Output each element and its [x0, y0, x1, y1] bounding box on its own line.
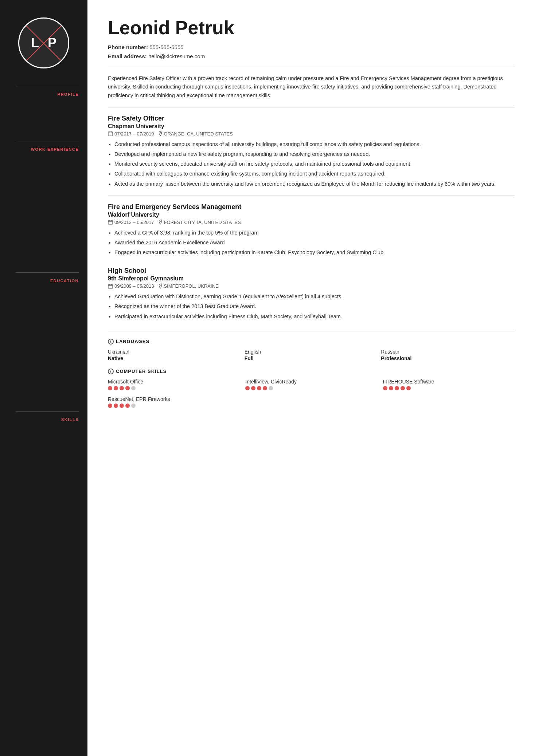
language-name-2: Russian: [381, 349, 515, 355]
info-icon-languages: i: [108, 339, 114, 344]
edu-date-1: 09/2009 – 05/2013: [114, 283, 154, 289]
job-title-0: Fire Safety Officer: [108, 115, 515, 122]
profile-section: Experienced Fire Safety Officer with a p…: [108, 74, 515, 100]
dot-2-3: [401, 386, 405, 390]
dot-0-3: [125, 386, 130, 390]
job-date-0: 07/2017 – 07/2019: [114, 131, 154, 137]
pin-icon-0: [158, 131, 163, 136]
header: Leonid Petruk Phone number: 555-555-5555…: [108, 17, 515, 59]
calendar-icon-edu-1: [108, 284, 113, 289]
edu-0: Fire and Emergency Services Management W…: [108, 203, 515, 257]
language-2: Russian Professional: [381, 349, 515, 361]
computer-skills-title: i COMPUTER SKILLS: [108, 369, 515, 374]
divider-after-header: [108, 67, 515, 67]
edu-bullets-0: Achieved a GPA of 3.98, ranking in the t…: [114, 229, 515, 257]
work-experience-section: Fire Safety Officer Chapman University 0…: [108, 115, 515, 188]
divider-after-education: [108, 331, 515, 331]
edu-school-1: 9th Simferopol Gymnasium: [108, 275, 515, 282]
language-level-0: Native: [108, 355, 242, 361]
edu-date-icon-0: 09/2013 – 05/2017: [108, 220, 154, 225]
svg-point-4: [160, 133, 161, 133]
computer-skill-3: RescueNet, EPR Fireworks: [108, 396, 239, 408]
dot-0-0: [108, 386, 112, 390]
sidebar: L P PROFILE WORK EXPERIENCE EDUCATION SK…: [0, 0, 87, 756]
job-location-0: ORANGE, CA, UNITED STATES: [158, 131, 233, 137]
sidebar-divider-work: [16, 141, 79, 141]
sidebar-section-skills: SKILLS: [0, 408, 87, 428]
language-name-1: English: [245, 349, 378, 355]
edu-meta-1: 09/2009 – 05/2013 SIMFEROPOL, UKRAINE: [108, 283, 515, 289]
email-row: Email address: hello@kickresume.com: [108, 53, 515, 59]
dot-2-2: [395, 386, 399, 390]
dot-2-0: [383, 386, 387, 390]
computer-skill-2: FIREHOUSE Software: [383, 379, 515, 390]
sidebar-divider-profile: [16, 86, 79, 86]
computer-skills-label: COMPUTER SKILLS: [116, 369, 167, 374]
sidebar-label-work: WORK EXPERIENCE: [16, 147, 79, 154]
job-bullets-0: Conducted professional campus inspection…: [114, 140, 515, 188]
info-icon-computer: i: [108, 369, 114, 374]
dot-1-1: [251, 386, 255, 390]
dot-1-2: [257, 386, 261, 390]
language-1: English Full: [245, 349, 378, 361]
job-0: Fire Safety Officer Chapman University 0…: [108, 115, 515, 188]
edu-degree-0: Fire and Emergency Services Management: [108, 203, 515, 211]
svg-rect-10: [108, 284, 113, 288]
phone-label: Phone number:: [108, 44, 148, 50]
edu-meta-0: 09/2013 – 05/2017 FOREST CITY, IA, UNITE…: [108, 220, 515, 225]
skill-name-2: FIREHOUSE Software: [383, 379, 515, 385]
edu-date-icon-1: 09/2009 – 05/2013: [108, 283, 154, 289]
sidebar-divider-skills: [16, 411, 79, 412]
pin-icon-edu-0: [158, 220, 163, 225]
edu-date-0: 09/2013 – 05/2017: [114, 220, 154, 225]
job-date-icon-0: 07/2017 – 07/2019: [108, 131, 154, 137]
avatar-x-decoration: [19, 19, 68, 67]
computer-skill-0: Microsoft Office: [108, 379, 239, 390]
dot-0-1: [114, 386, 118, 390]
dot-3-2: [120, 403, 124, 408]
edu-bullet-1-1: Recognized as the winner of the 2013 Bes…: [114, 302, 515, 311]
edu-bullets-1: Achieved Graduation with Distinction, ea…: [114, 292, 515, 321]
sidebar-label-profile: PROFILE: [16, 92, 79, 99]
job-company-0: Chapman University: [108, 123, 515, 130]
phone-row: Phone number: 555-555-5555: [108, 44, 515, 50]
svg-rect-5: [108, 220, 113, 224]
edu-bullet-0-1: Awarded the 2016 Academic Excellence Awa…: [114, 239, 515, 247]
avatar-initial-l: L: [31, 35, 39, 51]
education-section: Fire and Emergency Services Management W…: [108, 203, 515, 321]
languages-grid: Ukrainian Native English Full Russian Pr…: [108, 349, 515, 361]
divider-after-work: [108, 196, 515, 196]
divider-after-profile: [108, 107, 515, 107]
skill-dots-2: [383, 386, 515, 390]
pin-icon-edu-1: [158, 284, 163, 289]
dot-1-4: [269, 386, 273, 390]
skill-name-1: IntelliView, CivicReady: [245, 379, 377, 385]
bullet-0-3: Collaborated with colleagues to enhance …: [114, 170, 515, 178]
edu-location-text-1: SIMFEROPOL, UKRAINE: [164, 283, 218, 289]
svg-point-9: [160, 221, 161, 221]
edu-school-0: Waldorf University: [108, 212, 515, 218]
computer-skill-1: IntelliView, CivicReady: [245, 379, 377, 390]
bullet-0-4: Acted as the primary liaison between the…: [114, 180, 515, 188]
dot-0-4: [131, 386, 136, 390]
svg-rect-0: [108, 132, 113, 136]
language-0: Ukrainian Native: [108, 349, 242, 361]
dot-2-1: [389, 386, 393, 390]
skill-dots-3: [108, 403, 239, 408]
edu-location-0: FOREST CITY, IA, UNITED STATES: [158, 220, 241, 225]
sidebar-section-education: EDUCATION: [0, 269, 87, 289]
dot-1-3: [263, 386, 267, 390]
dot-3-0: [108, 403, 112, 408]
profile-text: Experienced Fire Safety Officer with a p…: [108, 74, 515, 100]
dot-3-3: [125, 403, 130, 408]
edu-bullet-0-2: Engaged in extracurricular activities in…: [114, 248, 515, 257]
main-content: Leonid Petruk Phone number: 555-555-5555…: [87, 0, 535, 756]
job-location-text-0: ORANGE, CA, UNITED STATES: [164, 131, 233, 137]
sidebar-label-education: EDUCATION: [16, 279, 79, 286]
avatar-initial-p: P: [48, 35, 56, 51]
edu-location-1: SIMFEROPOL, UKRAINE: [158, 283, 218, 289]
full-name: Leonid Petruk: [108, 17, 515, 38]
bullet-0-0: Conducted professional campus inspection…: [114, 140, 515, 149]
edu-bullet-0-0: Achieved a GPA of 3.98, ranking in the t…: [114, 229, 515, 237]
computer-skills-grid-row2: RescueNet, EPR Fireworks: [108, 396, 515, 408]
